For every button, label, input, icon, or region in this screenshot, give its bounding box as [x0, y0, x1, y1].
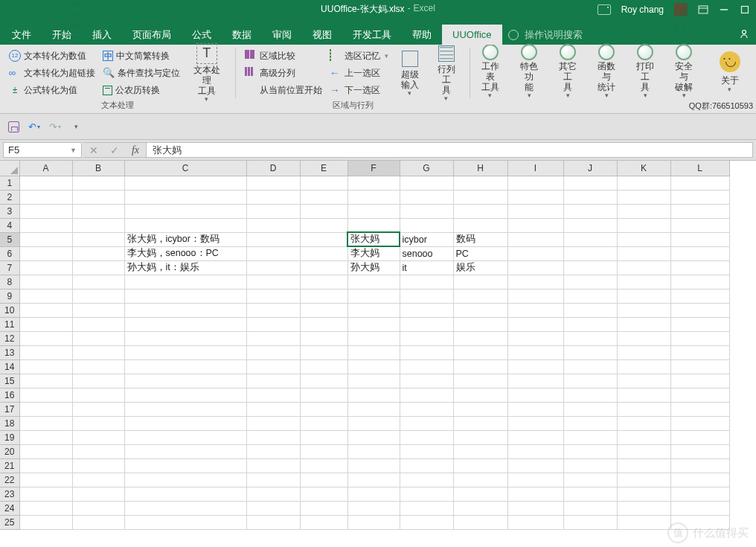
cell-E12[interactable] [300, 331, 347, 345]
cell-C25[interactable] [124, 515, 246, 529]
cell-G18[interactable] [400, 416, 453, 430]
user-avatar[interactable] [674, 3, 688, 16]
cell-E17[interactable] [300, 402, 347, 416]
cell-I2[interactable] [507, 190, 563, 204]
cell-B25[interactable] [72, 515, 124, 529]
cell-I7[interactable] [507, 260, 563, 275]
cell-I19[interactable] [507, 430, 563, 444]
cell-E2[interactable] [300, 190, 347, 204]
cell-H2[interactable] [453, 190, 507, 204]
tab-开发工具[interactable]: 开发工具 [342, 25, 402, 45]
cell-K24[interactable] [617, 501, 670, 515]
tab-公式[interactable]: 公式 [182, 25, 222, 45]
row-header-8[interactable]: 8 [0, 275, 19, 289]
cell-L8[interactable] [670, 275, 729, 289]
maximize-icon[interactable] [740, 4, 750, 15]
cell-D1[interactable] [246, 176, 300, 190]
cell-F5[interactable]: 张大妈 [347, 232, 400, 246]
row-header-24[interactable]: 24 [0, 501, 19, 515]
start-from-current-button[interactable]: 从当前位置开始 [242, 82, 325, 98]
cell-A9[interactable] [19, 289, 72, 303]
cell-A25[interactable] [19, 515, 72, 529]
cell-J16[interactable] [563, 388, 617, 402]
cell-B22[interactable] [72, 473, 124, 487]
cell-G2[interactable] [400, 190, 453, 204]
cell-E16[interactable] [300, 388, 347, 402]
cell-G10[interactable] [400, 303, 453, 317]
insert-function-button[interactable]: fx [125, 144, 146, 156]
row-header-1[interactable]: 1 [0, 176, 19, 190]
cell-K10[interactable] [617, 303, 670, 317]
cell-F10[interactable] [347, 303, 400, 317]
cell-G4[interactable] [400, 218, 453, 232]
cell-F18[interactable] [347, 416, 400, 430]
cell-A10[interactable] [19, 303, 72, 317]
cancel-formula-button[interactable]: ✕ [83, 144, 104, 156]
cell-C7[interactable]: 孙大妈，it：娱乐 [124, 260, 246, 275]
cell-K15[interactable] [617, 374, 670, 388]
cell-I11[interactable] [507, 317, 563, 331]
cell-G7[interactable]: it [400, 260, 453, 275]
row-header-15[interactable]: 15 [0, 374, 19, 388]
cell-G6[interactable]: senooo [400, 246, 453, 260]
cell-L2[interactable] [670, 190, 729, 204]
cell-E13[interactable] [300, 345, 347, 359]
cell-B1[interactable] [72, 176, 124, 190]
cell-A24[interactable] [19, 501, 72, 515]
cell-C22[interactable] [124, 473, 246, 487]
selection-memory-button[interactable]: 选区记忆▾ [327, 48, 391, 64]
cell-A5[interactable] [19, 232, 72, 246]
redo-button[interactable]: ↷▾ [48, 119, 63, 134]
cell-L24[interactable] [670, 501, 729, 515]
column-header-K[interactable]: K [617, 161, 670, 176]
cell-I15[interactable] [507, 374, 563, 388]
cell-L14[interactable] [670, 359, 729, 374]
cell-G12[interactable] [400, 331, 453, 345]
display-settings-icon[interactable] [598, 4, 611, 15]
cell-L15[interactable] [670, 374, 729, 388]
security-crack-button[interactable]: 安全与 破解▾ [665, 46, 703, 97]
cell-B16[interactable] [72, 388, 124, 402]
cell-J24[interactable] [563, 501, 617, 515]
cell-K5[interactable] [617, 232, 670, 246]
cell-E10[interactable] [300, 303, 347, 317]
cell-D12[interactable] [246, 331, 300, 345]
cell-A1[interactable] [19, 176, 72, 190]
cell-D21[interactable] [246, 458, 300, 473]
cell-H4[interactable] [453, 218, 507, 232]
cell-E6[interactable] [300, 246, 347, 260]
tab-视图[interactable]: 视图 [302, 25, 342, 45]
cell-G15[interactable] [400, 374, 453, 388]
row-col-tools-button[interactable]: 行列工 具 ▾ [429, 48, 464, 98]
cell-E18[interactable] [300, 416, 347, 430]
cell-B4[interactable] [72, 218, 124, 232]
cell-C9[interactable] [124, 289, 246, 303]
tab-帮助[interactable]: 帮助 [402, 25, 442, 45]
tell-me-search[interactable]: 操作说明搜索 [502, 25, 589, 45]
cell-F9[interactable] [347, 289, 400, 303]
cell-E19[interactable] [300, 430, 347, 444]
cell-L12[interactable] [670, 331, 729, 345]
cell-D23[interactable] [246, 487, 300, 501]
row-header-19[interactable]: 19 [0, 430, 19, 444]
cell-I25[interactable] [507, 515, 563, 529]
cell-H15[interactable] [453, 374, 507, 388]
cell-A20[interactable] [19, 444, 72, 458]
cell-J23[interactable] [563, 487, 617, 501]
cell-D2[interactable] [246, 190, 300, 204]
cell-F25[interactable] [347, 515, 400, 529]
cell-C17[interactable] [124, 402, 246, 416]
cell-K13[interactable] [617, 345, 670, 359]
cell-G3[interactable] [400, 204, 453, 218]
cell-L5[interactable] [670, 232, 729, 246]
cell-D4[interactable] [246, 218, 300, 232]
cell-I18[interactable] [507, 416, 563, 430]
cell-A17[interactable] [19, 402, 72, 416]
cell-E23[interactable] [300, 487, 347, 501]
cell-D16[interactable] [246, 388, 300, 402]
cell-G20[interactable] [400, 444, 453, 458]
cell-G24[interactable] [400, 501, 453, 515]
cell-B14[interactable] [72, 359, 124, 374]
cell-E22[interactable] [300, 473, 347, 487]
cell-D15[interactable] [246, 374, 300, 388]
